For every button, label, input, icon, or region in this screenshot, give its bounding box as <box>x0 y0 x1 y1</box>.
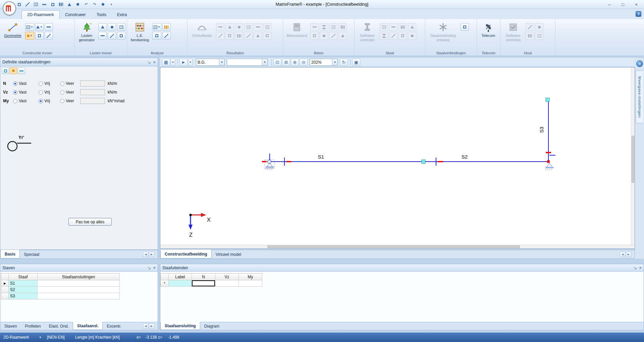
tab-scroll-left-icon[interactable]: ◀ <box>620 252 625 257</box>
lasten-generator-button[interactable]: Lasten generator <box>76 20 97 49</box>
area-load-icon[interactable] <box>117 23 125 31</box>
temperature-load-icon[interactable] <box>108 32 116 40</box>
tab-staafaansluiting[interactable]: Staafaansluiting <box>160 322 200 330</box>
n-cell-selected[interactable] <box>192 280 215 287</box>
display-options-icon[interactable]: ▦ <box>162 59 170 66</box>
tab-weergave-instellingen[interactable]: Weergave-instellingen <box>636 70 643 123</box>
canvas-horizontal-scrollbar[interactable] <box>160 245 635 248</box>
tab-staven[interactable]: Staven <box>0 322 21 330</box>
hatch-icon[interactable] <box>45 32 53 40</box>
connection-check-icon[interactable] <box>461 23 469 31</box>
radio-circle[interactable] <box>60 90 64 95</box>
new-row-marker[interactable]: * <box>161 280 169 287</box>
node-connection-icon[interactable]: ▼ <box>25 32 34 40</box>
node-junction[interactable] <box>547 160 550 163</box>
radio-n-vrij[interactable]: Vrij <box>39 81 60 86</box>
help-button[interactable]: ? <box>636 11 641 17</box>
staaf-cell[interactable]: S1 <box>9 280 38 287</box>
apply-to-all-button[interactable]: Pas toe op alles <box>68 218 112 226</box>
tab-scroll-right-icon[interactable]: ▶ <box>626 252 631 257</box>
staafaansluiting-cell[interactable] <box>38 280 120 287</box>
minimize-button[interactable]: – <box>604 1 614 8</box>
canvas-vertical-scrollbar[interactable] <box>631 67 635 245</box>
column-header-staafaansluitingen[interactable]: Staafaansluitingen <box>38 274 120 280</box>
tab-scroll-right-icon[interactable]: ▶ <box>149 324 154 329</box>
radio-circle[interactable] <box>39 90 43 95</box>
loadcase-combo[interactable]: B.G.▼ <box>196 59 225 66</box>
matrix-icon[interactable] <box>152 32 161 40</box>
radio-n-vast[interactable]: Vast <box>13 81 39 86</box>
radio-n-veer[interactable]: Veer <box>60 81 80 86</box>
raster-icon[interactable]: ▼ <box>25 23 34 31</box>
support-icon[interactable] <box>35 32 44 40</box>
scrollbar-thumb[interactable] <box>267 245 520 248</box>
zoom-in-icon[interactable]: ⊕ <box>291 59 299 66</box>
radio-circle[interactable] <box>60 99 64 103</box>
gutter-header[interactable] <box>1 274 9 280</box>
tab-2d-raamwerk[interactable]: 2D-Raamwerk <box>21 10 60 19</box>
tab-construeer[interactable]: Construeer <box>60 11 91 19</box>
row-gutter[interactable] <box>1 287 9 293</box>
pin-icon[interactable]: ⊤ <box>632 265 638 271</box>
radio-circle[interactable] <box>13 81 17 86</box>
radio-vz-vast[interactable]: Vast <box>13 90 39 95</box>
tab-scroll-left-icon[interactable]: ◀ <box>143 324 148 329</box>
radio-vz-veer[interactable]: Veer <box>60 90 80 95</box>
staaf-cell[interactable]: S2 <box>9 287 38 293</box>
refresh-view-icon[interactable]: ↻ <box>340 59 348 66</box>
statusbar-mode[interactable]: 2D-Raamwerk <box>3 335 29 340</box>
radio-circle[interactable] <box>13 99 17 103</box>
close-panel-icon[interactable]: × <box>153 60 156 65</box>
measure-icon[interactable] <box>45 23 53 31</box>
rigid-connection-icon[interactable] <box>2 67 9 74</box>
scrollbar-thumb[interactable] <box>632 136 634 183</box>
my-cell[interactable] <box>239 280 262 287</box>
zoom-level-combo[interactable]: 202%▼ <box>310 59 338 66</box>
radio-vz-vrij[interactable]: Vrij <box>39 90 60 95</box>
tab-basis[interactable]: Basis <box>0 250 20 259</box>
angle-load-icon[interactable] <box>117 32 125 40</box>
maximize-button[interactable]: □ <box>618 1 628 8</box>
tab-virtueel-model[interactable]: Virtueel model <box>212 250 246 259</box>
radio-my-vrij[interactable]: Vrij <box>39 99 60 103</box>
telecom-button[interactable]: Telecom <box>479 20 498 49</box>
layer-combo[interactable]: ▼ <box>227 59 268 66</box>
roof-generator-icon[interactable]: ▼ <box>35 23 44 31</box>
radio-circle[interactable] <box>60 81 64 86</box>
tab-speciaal[interactable]: Speciaal <box>20 250 43 259</box>
staafaansluiting-cell[interactable] <box>38 293 120 299</box>
point-load-icon[interactable] <box>98 23 107 31</box>
drawing-canvas[interactable]: S1 S2 S3 X Z <box>160 67 635 249</box>
results-table-icon[interactable] <box>162 23 171 31</box>
expand-panel-button[interactable]: ◄ <box>636 60 643 67</box>
tab-scroll-right-icon[interactable]: ▶ <box>149 252 154 257</box>
display-options-dropdown[interactable]: ▼ <box>171 59 175 66</box>
node-mid[interactable] <box>422 160 425 164</box>
tab-scroll-left-icon[interactable]: ◀ <box>143 252 148 257</box>
tab-extra[interactable]: Extra <box>112 11 132 19</box>
staafaansluiting-cell[interactable] <box>38 287 120 293</box>
radio-my-veer[interactable]: Veer <box>60 99 80 103</box>
column-header-my[interactable]: My <box>239 274 262 280</box>
gutter-header[interactable] <box>161 274 169 280</box>
matrixframe-logo[interactable] <box>3 1 16 15</box>
column-header-label[interactable]: Label <box>169 274 192 280</box>
row-marker[interactable]: ► <box>1 280 9 287</box>
tab-tools[interactable]: Tools <box>91 11 112 19</box>
tab-diagram[interactable]: Diagram <box>200 322 223 330</box>
pin-icon[interactable]: ⊤ <box>146 265 152 271</box>
line-load-icon[interactable] <box>98 32 107 40</box>
spring-connection-icon[interactable] <box>18 67 25 74</box>
column-header-vz[interactable]: Vz <box>215 274 239 280</box>
geometrie-button[interactable]: Geometrie <box>2 20 24 49</box>
zoom-out-icon[interactable]: ⊖ <box>300 59 308 66</box>
zoom-select-icon[interactable]: ⊡ <box>273 59 281 66</box>
label-cell[interactable] <box>169 280 192 287</box>
row-gutter[interactable] <box>1 293 9 299</box>
tab-profielen[interactable]: Profielen <box>21 322 45 330</box>
close-button[interactable]: × <box>631 1 641 8</box>
staaf-cell[interactable]: S3 <box>9 293 38 299</box>
node-left[interactable] <box>268 160 271 163</box>
node-top[interactable] <box>546 98 549 102</box>
pointer-tool-icon[interactable]: ► <box>179 59 187 66</box>
